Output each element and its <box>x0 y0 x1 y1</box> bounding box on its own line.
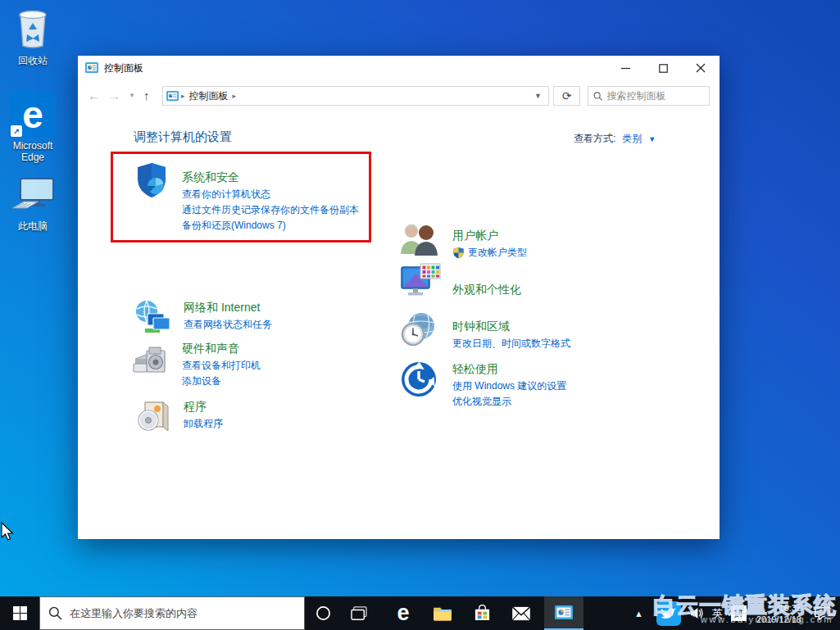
twitter-tray-icon[interactable] <box>656 601 681 626</box>
view-by-value[interactable]: 类别 <box>622 132 642 146</box>
category-clock-region[interactable]: 时钟和区域 更改日期、时间或数字格式 <box>400 311 570 351</box>
category-link[interactable]: 查看你的计算机状态 <box>182 187 359 202</box>
search-icon <box>48 606 62 620</box>
minimize-button[interactable] <box>606 56 644 80</box>
notification-badge: 1 <box>824 608 835 619</box>
taskbar-search[interactable] <box>39 596 305 630</box>
category-link[interactable]: 查看网络状态和任务 <box>184 317 272 333</box>
clock-region-icon[interactable] <box>400 311 441 351</box>
shortcut-arrow-icon: ↗ <box>11 125 22 137</box>
start-button[interactable] <box>0 596 39 630</box>
system-security-icon[interactable] <box>132 161 171 233</box>
address-bar[interactable]: ▸ 控制面板 ▸ ▼ <box>162 86 549 106</box>
taskbar-edge-button[interactable]: e <box>384 596 423 630</box>
recycle-bin-icon <box>14 7 52 49</box>
category-link[interactable]: 使用 Windows 建议的设置 <box>452 378 566 394</box>
hardware-sound-icon[interactable] <box>132 341 171 389</box>
action-center-button[interactable]: 1 <box>807 606 840 621</box>
user-accounts-icon[interactable] <box>398 221 441 261</box>
system-tray: ▲ 英 拼 16:35 2019/12/18 1 <box>626 596 840 630</box>
explorer-search[interactable] <box>588 86 710 106</box>
cortana-icon <box>316 605 331 621</box>
forward-icon[interactable]: → <box>108 88 120 102</box>
programs-icon[interactable] <box>135 399 171 438</box>
control-panel-window: 控制面板 ← → ▼ ↑ ▸ 控制面板 <box>78 56 720 539</box>
store-icon <box>474 605 491 622</box>
uac-shield-icon <box>452 247 465 259</box>
back-icon[interactable]: ← <box>88 88 100 102</box>
up-icon[interactable]: ↑ <box>143 88 150 102</box>
desktop-icon-recycle-bin[interactable]: 回收站 <box>2 7 64 66</box>
navigation-bar: ← → ▼ ↑ ▸ 控制面板 ▸ ▼ ⟳ <box>78 80 720 111</box>
tray-overflow-chevron-icon[interactable]: ▲ <box>626 609 652 619</box>
category-link[interactable]: 备份和还原(Windows 7) <box>182 218 359 233</box>
recent-pages-chevron-icon[interactable]: ▼ <box>129 92 135 99</box>
category-system-security[interactable]: 系统和安全 查看你的计算机状态 通过文件历史记录保存你的文件备份副本 备份和还原… <box>132 161 359 233</box>
category-title[interactable]: 用户帐户 <box>452 228 527 242</box>
network-internet-icon[interactable] <box>134 299 171 338</box>
category-ease-of-access[interactable]: 轻松使用 使用 Windows 建议的设置 优化视觉显示 <box>400 360 566 410</box>
desktop-icon-edge[interactable]: e ↗ Microsoft Edge <box>2 92 64 163</box>
category-link[interactable]: 卸载程序 <box>184 416 223 432</box>
control-panel-content: 调整计算机的设置 查看方式: 类别 ▼ 系统和安全 查看你的计算机状态 通 <box>78 111 720 539</box>
category-title[interactable]: 网络和 Internet <box>184 300 272 315</box>
desktop-icon-this-pc[interactable]: 此电脑 <box>2 175 64 232</box>
task-view-icon <box>351 606 367 621</box>
taskbar-clock[interactable]: 16:35 2019/12/18 <box>751 602 807 625</box>
taskbar-mail-button[interactable] <box>502 596 541 630</box>
refresh-button[interactable]: ⟳ <box>553 86 580 106</box>
desktop-icon-label: 回收站 <box>2 55 64 66</box>
mouse-cursor <box>1 522 15 542</box>
taskbar-control-panel-button[interactable] <box>544 596 583 630</box>
breadcrumb[interactable]: 控制面板 <box>189 89 229 103</box>
ime-language-indicator[interactable]: 英 <box>708 606 727 621</box>
category-title[interactable]: 系统和安全 <box>182 170 359 184</box>
mail-icon <box>511 606 531 621</box>
category-title[interactable]: 轻松使用 <box>452 361 566 376</box>
taskbar-explorer-button[interactable] <box>423 596 462 630</box>
search-icon <box>593 91 602 102</box>
category-title[interactable]: 硬件和声音 <box>182 341 261 356</box>
cortana-button[interactable] <box>305 596 341 630</box>
edge-icon: e ↗ <box>10 92 56 138</box>
control-panel-icon <box>85 61 98 75</box>
close-button[interactable] <box>682 56 720 80</box>
desktop-icon-label: 此电脑 <box>2 220 64 232</box>
volume-icon[interactable] <box>686 607 708 619</box>
category-link[interactable]: 更改日期、时间或数字格式 <box>452 336 570 351</box>
category-link[interactable]: 添加设备 <box>182 374 261 389</box>
windows-logo-icon <box>13 606 27 620</box>
category-user-accounts[interactable]: 用户帐户 更改帐户类型 <box>398 221 527 261</box>
category-title[interactable]: 时钟和区域 <box>452 319 570 333</box>
category-appearance[interactable]: 外观和个性化 <box>398 262 521 306</box>
ease-of-access-icon[interactable] <box>400 360 441 410</box>
search-input[interactable] <box>606 90 704 102</box>
this-pc-icon <box>11 175 55 215</box>
clock-time: 16:35 <box>756 602 801 614</box>
taskbar-store-button[interactable] <box>462 596 502 630</box>
category-link[interactable]: 更改帐户类型 <box>452 245 527 261</box>
ime-mode-indicator[interactable]: 拼 <box>731 605 747 621</box>
title-bar[interactable]: 控制面板 <box>78 56 720 80</box>
breadcrumb-chevron-icon: ▸ <box>181 92 185 100</box>
view-by-label: 查看方式: <box>574 132 615 146</box>
category-network-internet[interactable]: 网络和 Internet 查看网络状态和任务 <box>134 299 272 338</box>
category-link[interactable]: 查看设备和打印机 <box>182 358 261 374</box>
taskbar-search-input[interactable] <box>70 607 296 619</box>
category-hardware-sound[interactable]: 硬件和声音 查看设备和打印机 添加设备 <box>132 341 261 389</box>
window-title: 控制面板 <box>104 61 606 75</box>
folder-icon <box>433 605 452 621</box>
category-link[interactable]: 优化视觉显示 <box>452 394 566 410</box>
maximize-button[interactable] <box>644 56 682 80</box>
task-view-button[interactable] <box>341 596 377 630</box>
view-by-dropdown-icon[interactable]: ▼ <box>648 135 656 143</box>
category-title[interactable]: 外观和个性化 <box>452 282 521 297</box>
breadcrumb-chevron-icon[interactable]: ▸ <box>233 92 237 100</box>
control-panel-icon <box>555 605 573 620</box>
appearance-icon[interactable] <box>398 262 441 306</box>
category-link[interactable]: 通过文件历史记录保存你的文件备份副本 <box>182 202 359 218</box>
address-control-panel-icon <box>166 90 179 102</box>
category-programs[interactable]: 程序 卸载程序 <box>135 399 223 438</box>
category-title[interactable]: 程序 <box>184 399 223 414</box>
address-dropdown-icon[interactable]: ▼ <box>531 92 545 100</box>
